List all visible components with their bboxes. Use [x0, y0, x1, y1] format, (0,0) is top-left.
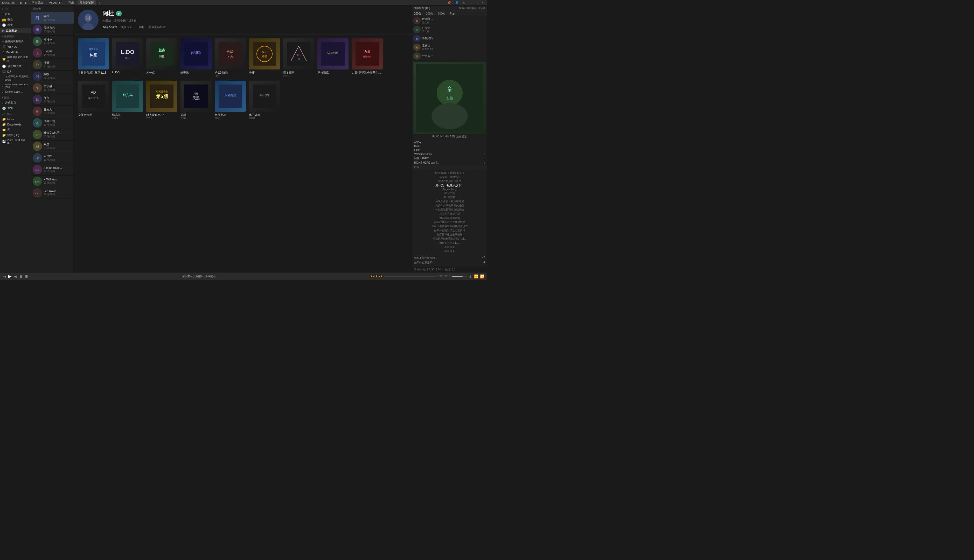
sidebar-item-nowplaying[interactable]: ▶ 正在播放	[0, 28, 31, 33]
artist-tab-more[interactable]: 更多专辑...	[121, 25, 135, 30]
song-item-4[interactable]: 阿杜 · ANDY 0	[412, 156, 487, 161]
sidebar-item-qq[interactable]: ♪ QQ音乐歌单: 欧美热歌606首	[0, 74, 31, 82]
album-card-13[interactable]: 为爱而战 为爱而战 2021	[215, 81, 246, 120]
progress-bar[interactable]	[385, 276, 437, 277]
volume-bar[interactable]	[452, 276, 467, 277]
right-artist-3[interactable]: 童 童安格 爱女格·4:3	[412, 43, 487, 52]
song-item-0[interactable]: ANDY 0	[412, 140, 487, 144]
equalizer-button[interactable]: 🎚	[469, 274, 472, 278]
filter-2000s[interactable]: 2000s	[414, 12, 421, 15]
artist-list-item-10[interactable]: 叶 叶倩文&林子... 13 张专辑	[31, 129, 73, 140]
right-artist-2[interactable]: 爸 爸爸妈妈	[412, 34, 487, 43]
right-artist-1[interactable]: 任 任宝位 爱女格	[412, 25, 487, 34]
prev-button[interactable]: ⏮	[3, 274, 6, 278]
song-item-5[interactable]: RIGHT HERE WAIT... 0	[412, 161, 487, 165]
artist-list-item-2[interactable]: 格 格格林 15 张专辑	[31, 35, 73, 47]
artist-list-item-6[interactable]: 李 李宗盛 13 张专辑	[31, 82, 73, 94]
sidebar-item-playlist1[interactable]: ≡ 播放列表测测试	[0, 39, 31, 44]
album-card-1[interactable]: L.DO 阿杜 L..DO	[112, 38, 143, 78]
sidebar-item-albums[interactable]: 💿 专辑	[0, 105, 31, 111]
shuffle-button[interactable]: 🔀	[474, 274, 479, 278]
artist-list-item-9[interactable]: 道 道路计划 13 张专辑	[31, 117, 73, 129]
artist-list-item-7[interactable]: 群 群密 13 张专辑	[31, 94, 73, 105]
artist-play-button[interactable]: ▶	[116, 11, 122, 16]
sidebar-item-radio[interactable]: 📻 电台	[0, 17, 31, 22]
album-card-6[interactable]: 霸王 90 喂！霸王 2015	[283, 38, 314, 78]
repeat-button[interactable]: 🔁	[480, 274, 484, 278]
album-card-2[interactable]: 差点 阿杜 差一点	[146, 38, 177, 78]
album-card-11[interactable]: 时光音乐会 第5期 时光音乐会S2 2022	[146, 81, 177, 120]
tab-browser[interactable]: 音在测览器	[78, 0, 96, 5]
artist-list-item-adu[interactable]: 阿 阿杜 15 张专辑	[31, 12, 73, 24]
artist-list-item-3[interactable]: 王 王心凌 14 张专辑	[31, 47, 73, 59]
sidebar-item-recent[interactable]: 🕐 最近加入的	[0, 63, 31, 69]
minimize-button[interactable]: ─	[469, 1, 473, 4]
sidebar-item-musicfolder[interactable]: 📁 Music	[0, 117, 31, 122]
play-button[interactable]: ▶	[8, 274, 12, 279]
artist-tab-albums[interactable]: 专辑 & 统计	[102, 25, 117, 30]
progress-fill	[385, 276, 385, 277]
pin-button[interactable]: 📌	[446, 1, 452, 4]
artist-list-item-12[interactable]: 宋 宋次郎 13 张专辑	[31, 152, 73, 164]
artist-list-item-4[interactable]: 沙 沙雕 14 张专辑	[31, 59, 73, 70]
tab-music[interactable]: 音乐	[66, 0, 76, 5]
sidebar-item-software[interactable]: 📁 软件 (DJ)	[0, 132, 31, 138]
sidebar-item-top25[interactable]: ⭐ 播放最多的25首曲目	[0, 55, 31, 63]
settings-button[interactable]: ⚙	[462, 1, 467, 4]
artist-list-item-5[interactable]: 阿 阿咪 14 张专辑	[31, 70, 73, 82]
forward-button[interactable]: ▶	[24, 1, 28, 5]
close-button[interactable]: ✕	[480, 1, 485, 4]
tab-add-button[interactable]: +	[97, 1, 102, 5]
album-card-12[interactable]: 阿杜 天黑 天黑 2002	[180, 81, 212, 120]
sidebar-item-secret[interactable]: ♪ Secret Gard...	[0, 89, 31, 94]
song-item-1[interactable]: Hello 0	[412, 144, 487, 148]
artist-list-item-8[interactable]: 春 春抱儿 13 张专辑	[31, 105, 73, 117]
artist-list-item-11[interactable]: 别 别泉 13 张专辑	[31, 140, 73, 152]
filter-2010s[interactable]: 2010s	[426, 12, 433, 15]
sidebar-item-muaddib[interactable]: ♫ Muad'Dib	[0, 50, 31, 55]
maximize-button[interactable]: □	[475, 1, 479, 4]
sidebar-item-disc[interactable]: 💾 2023 Disc1 16T (E:)	[0, 138, 31, 145]
sidebar-item-tracks[interactable]: ♪ 音乐曲目	[0, 100, 31, 105]
filter-pop[interactable]: Pop	[450, 12, 455, 15]
sidebar-item-taylor[interactable]: ♪ Taylor Swift - Fearless (Plat...	[0, 82, 31, 89]
album-card-9[interactable]: AD 没什么好说 没什么好说	[78, 81, 109, 120]
sidebar-item-history[interactable]: 🕐 历史	[0, 22, 31, 28]
tab-now-playing[interactable]: 正在播放	[30, 0, 45, 5]
album-card-3[interactable]: 静调歌 静调歌	[180, 38, 212, 78]
player-controls: ⏮ ▶ ⏭ ⏹ ⊞	[3, 274, 28, 279]
album-card-0[interactable]: 圆竞音乐 坏蛋 5.1 【圆竞音乐】坏蛋5.1】	[78, 38, 109, 78]
album-card-5[interactable]: 阿杜 哈哪 哈哪	[249, 38, 280, 78]
artist-tab-related[interactable]: 相似的演出者	[148, 25, 166, 30]
sidebar-item-downloads[interactable]: 📁 Downloads	[0, 122, 31, 127]
album-card-8[interactable]: 力量 亚视联梦 力量(亚视追会联梦主题曲)	[352, 38, 383, 78]
sidebar-item-smartdj[interactable]: 🎵 智能 DJ	[0, 44, 31, 50]
album-cover-10: 那几年	[112, 81, 143, 112]
user-button[interactable]: 👤	[454, 1, 460, 4]
filter-2020s[interactable]: 2020s	[438, 12, 445, 15]
back-button[interactable]: ◀	[18, 1, 22, 5]
song-item-3[interactable]: Valentine's Day 0	[412, 152, 487, 156]
svg-text:阿: 阿	[36, 75, 39, 78]
artist-tab-similar[interactable]: 仿也	[139, 25, 145, 30]
next-button[interactable]: ⏭	[13, 274, 17, 278]
female-filter[interactable]: 童女格	[479, 7, 485, 10]
tab-muaddib[interactable]: MUAD'DIB	[47, 1, 65, 5]
album-cover-4: 哈9次 初恋	[215, 38, 246, 70]
stop-button[interactable]: ⏹	[19, 274, 23, 278]
right-artist-0[interactable]: 欧 欧瑞的·... 爱女格	[412, 16, 487, 25]
artist-list-item-13[interactable]: Aim Aimee Black... 12 张专辑	[31, 164, 73, 175]
song-item-2[interactable]: L.DO 0	[412, 148, 487, 152]
sidebar-item-dj[interactable]: 🎧 DJ	[0, 69, 31, 74]
album-card-4[interactable]: 哈9次 初恋 哈9次初恋 2001	[215, 38, 246, 78]
artist-list-item-1[interactable]: 踢 踢踏点点 15 张专辑	[31, 24, 73, 35]
grid-button[interactable]: ⊞	[25, 274, 28, 278]
artist-list-item-14[interactable]: K.W K.Williams 12 张专辑	[31, 175, 73, 187]
artist-list-item-15[interactable]: Leo Leo Rojas 12 张专辑	[31, 187, 73, 199]
album-card-10[interactable]: 那几年 那几年 2019	[112, 81, 143, 120]
album-card-7[interactable]: 坚持到底 坚持到底	[317, 38, 349, 78]
album-card-14[interactable]: 离不该输 离不该输 2018	[249, 81, 280, 120]
right-artist-4[interactable]: 什 什么么·△	[412, 52, 487, 60]
sidebar-item-library[interactable]: 📁 库	[0, 127, 31, 132]
sidebar-item-music[interactable]: ♪ 音乐	[0, 12, 31, 17]
